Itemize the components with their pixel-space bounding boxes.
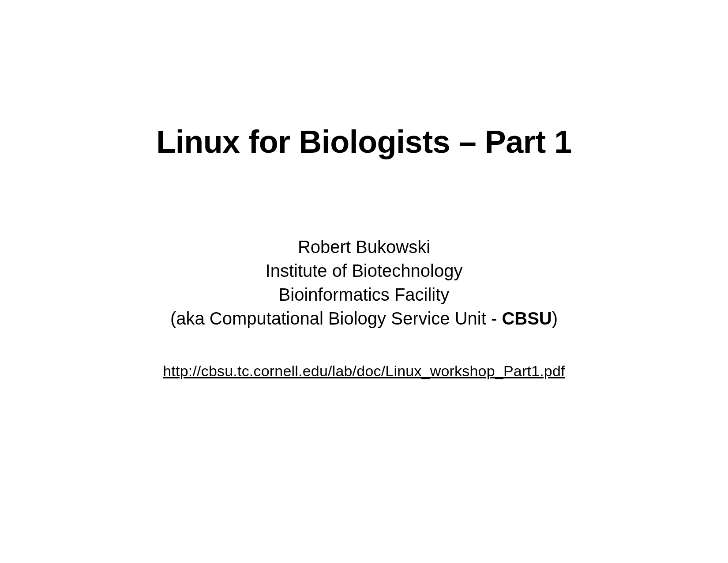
- aka-line: (aka Computational Biology Service Unit …: [163, 306, 565, 330]
- aka-suffix: ): [552, 309, 558, 328]
- author-block: Robert Bukowski Institute of Biotechnolo…: [163, 235, 565, 382]
- aka-bold: CBSU: [502, 309, 552, 328]
- slide-title: Linux for Biologists – Part 1: [156, 124, 572, 160]
- institute-name: Institute of Biotechnology: [163, 259, 565, 283]
- aka-prefix: (aka Computational Biology Service Unit …: [170, 309, 502, 328]
- slide-link[interactable]: http://cbsu.tc.cornell.edu/lab/doc/Linux…: [163, 361, 565, 382]
- author-name: Robert Bukowski: [163, 235, 565, 259]
- slide-container: Linux for Biologists – Part 1 Robert Buk…: [0, 0, 728, 563]
- facility-name: Bioinformatics Facility: [163, 283, 565, 306]
